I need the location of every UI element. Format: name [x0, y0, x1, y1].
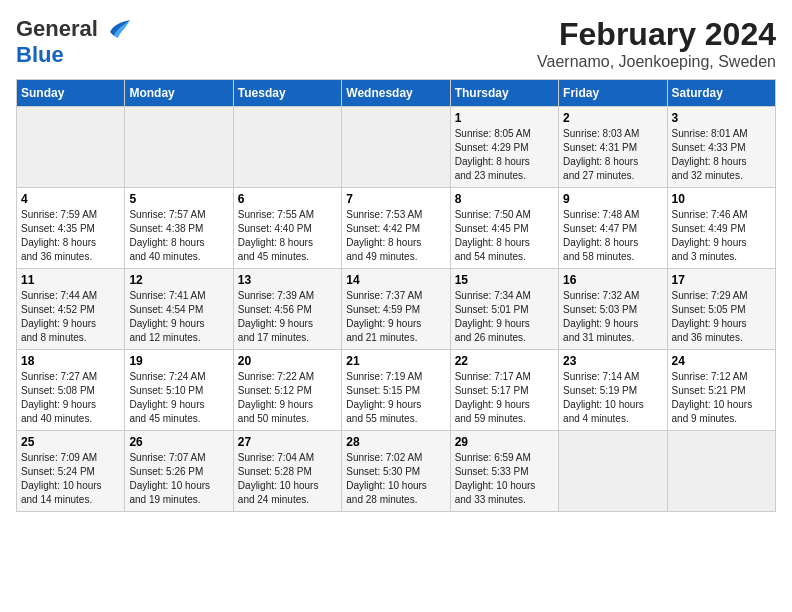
day-number: 26: [129, 435, 228, 449]
day-info: Sunrise: 7:46 AM Sunset: 4:49 PM Dayligh…: [672, 209, 748, 262]
logo-blue-text: Blue: [16, 42, 64, 67]
col-thursday: Thursday: [450, 80, 558, 107]
day-info: Sunrise: 7:53 AM Sunset: 4:42 PM Dayligh…: [346, 209, 422, 262]
day-number: 23: [563, 354, 662, 368]
calendar-cell: 13Sunrise: 7:39 AM Sunset: 4:56 PM Dayli…: [233, 269, 341, 350]
day-number: 15: [455, 273, 554, 287]
calendar-cell: 20Sunrise: 7:22 AM Sunset: 5:12 PM Dayli…: [233, 350, 341, 431]
col-wednesday: Wednesday: [342, 80, 450, 107]
day-info: Sunrise: 7:14 AM Sunset: 5:19 PM Dayligh…: [563, 371, 644, 424]
day-info: Sunrise: 7:22 AM Sunset: 5:12 PM Dayligh…: [238, 371, 314, 424]
calendar-cell: 12Sunrise: 7:41 AM Sunset: 4:54 PM Dayli…: [125, 269, 233, 350]
day-info: Sunrise: 7:50 AM Sunset: 4:45 PM Dayligh…: [455, 209, 531, 262]
day-info: Sunrise: 7:04 AM Sunset: 5:28 PM Dayligh…: [238, 452, 319, 505]
calendar-cell: 29Sunrise: 6:59 AM Sunset: 5:33 PM Dayli…: [450, 431, 558, 512]
day-number: 25: [21, 435, 120, 449]
calendar-cell: 28Sunrise: 7:02 AM Sunset: 5:30 PM Dayli…: [342, 431, 450, 512]
calendar-cell: 7Sunrise: 7:53 AM Sunset: 4:42 PM Daylig…: [342, 188, 450, 269]
calendar-cell: 18Sunrise: 7:27 AM Sunset: 5:08 PM Dayli…: [17, 350, 125, 431]
logo-bird-icon: [100, 18, 132, 40]
day-info: Sunrise: 6:59 AM Sunset: 5:33 PM Dayligh…: [455, 452, 536, 505]
calendar-cell: 5Sunrise: 7:57 AM Sunset: 4:38 PM Daylig…: [125, 188, 233, 269]
day-info: Sunrise: 7:24 AM Sunset: 5:10 PM Dayligh…: [129, 371, 205, 424]
day-number: 1: [455, 111, 554, 125]
calendar-cell: 2Sunrise: 8:03 AM Sunset: 4:31 PM Daylig…: [559, 107, 667, 188]
day-info: Sunrise: 7:59 AM Sunset: 4:35 PM Dayligh…: [21, 209, 97, 262]
calendar-table: Sunday Monday Tuesday Wednesday Thursday…: [16, 79, 776, 512]
day-number: 29: [455, 435, 554, 449]
day-number: 27: [238, 435, 337, 449]
day-info: Sunrise: 7:29 AM Sunset: 5:05 PM Dayligh…: [672, 290, 748, 343]
day-number: 10: [672, 192, 771, 206]
calendar-week-row: 11Sunrise: 7:44 AM Sunset: 4:52 PM Dayli…: [17, 269, 776, 350]
calendar-cell: 16Sunrise: 7:32 AM Sunset: 5:03 PM Dayli…: [559, 269, 667, 350]
day-number: 20: [238, 354, 337, 368]
col-sunday: Sunday: [17, 80, 125, 107]
col-friday: Friday: [559, 80, 667, 107]
day-number: 13: [238, 273, 337, 287]
calendar-week-row: 18Sunrise: 7:27 AM Sunset: 5:08 PM Dayli…: [17, 350, 776, 431]
day-info: Sunrise: 8:01 AM Sunset: 4:33 PM Dayligh…: [672, 128, 748, 181]
day-number: 4: [21, 192, 120, 206]
day-number: 18: [21, 354, 120, 368]
day-number: 11: [21, 273, 120, 287]
day-number: 3: [672, 111, 771, 125]
day-info: Sunrise: 7:12 AM Sunset: 5:21 PM Dayligh…: [672, 371, 753, 424]
day-info: Sunrise: 7:19 AM Sunset: 5:15 PM Dayligh…: [346, 371, 422, 424]
calendar-cell: 6Sunrise: 7:55 AM Sunset: 4:40 PM Daylig…: [233, 188, 341, 269]
day-number: 9: [563, 192, 662, 206]
day-number: 24: [672, 354, 771, 368]
calendar-week-row: 4Sunrise: 7:59 AM Sunset: 4:35 PM Daylig…: [17, 188, 776, 269]
day-info: Sunrise: 7:41 AM Sunset: 4:54 PM Dayligh…: [129, 290, 205, 343]
day-info: Sunrise: 7:17 AM Sunset: 5:17 PM Dayligh…: [455, 371, 531, 424]
day-info: Sunrise: 7:48 AM Sunset: 4:47 PM Dayligh…: [563, 209, 639, 262]
day-info: Sunrise: 7:44 AM Sunset: 4:52 PM Dayligh…: [21, 290, 97, 343]
day-info: Sunrise: 7:39 AM Sunset: 4:56 PM Dayligh…: [238, 290, 314, 343]
calendar-cell: [559, 431, 667, 512]
day-info: Sunrise: 8:05 AM Sunset: 4:29 PM Dayligh…: [455, 128, 531, 181]
day-number: 12: [129, 273, 228, 287]
logo-general-text: General: [16, 16, 98, 42]
page-header: General Blue February 2024 Vaernamo, Joe…: [16, 16, 776, 71]
calendar-week-row: 1Sunrise: 8:05 AM Sunset: 4:29 PM Daylig…: [17, 107, 776, 188]
day-info: Sunrise: 7:27 AM Sunset: 5:08 PM Dayligh…: [21, 371, 97, 424]
day-info: Sunrise: 7:07 AM Sunset: 5:26 PM Dayligh…: [129, 452, 210, 505]
col-tuesday: Tuesday: [233, 80, 341, 107]
logo: General Blue: [16, 16, 132, 68]
title-block: February 2024 Vaernamo, Joenkoeping, Swe…: [537, 16, 776, 71]
calendar-cell: 17Sunrise: 7:29 AM Sunset: 5:05 PM Dayli…: [667, 269, 775, 350]
calendar-cell: [125, 107, 233, 188]
calendar-cell: 25Sunrise: 7:09 AM Sunset: 5:24 PM Dayli…: [17, 431, 125, 512]
day-info: Sunrise: 7:02 AM Sunset: 5:30 PM Dayligh…: [346, 452, 427, 505]
calendar-cell: 15Sunrise: 7:34 AM Sunset: 5:01 PM Dayli…: [450, 269, 558, 350]
day-number: 7: [346, 192, 445, 206]
calendar-cell: 1Sunrise: 8:05 AM Sunset: 4:29 PM Daylig…: [450, 107, 558, 188]
calendar-cell: 21Sunrise: 7:19 AM Sunset: 5:15 PM Dayli…: [342, 350, 450, 431]
calendar-cell: [342, 107, 450, 188]
calendar-cell: 14Sunrise: 7:37 AM Sunset: 4:59 PM Dayli…: [342, 269, 450, 350]
calendar-cell: [233, 107, 341, 188]
day-number: 22: [455, 354, 554, 368]
calendar-week-row: 25Sunrise: 7:09 AM Sunset: 5:24 PM Dayli…: [17, 431, 776, 512]
calendar-cell: 8Sunrise: 7:50 AM Sunset: 4:45 PM Daylig…: [450, 188, 558, 269]
calendar-cell: 10Sunrise: 7:46 AM Sunset: 4:49 PM Dayli…: [667, 188, 775, 269]
calendar-header-row: Sunday Monday Tuesday Wednesday Thursday…: [17, 80, 776, 107]
calendar-cell: 19Sunrise: 7:24 AM Sunset: 5:10 PM Dayli…: [125, 350, 233, 431]
day-number: 17: [672, 273, 771, 287]
day-number: 8: [455, 192, 554, 206]
calendar-cell: 22Sunrise: 7:17 AM Sunset: 5:17 PM Dayli…: [450, 350, 558, 431]
calendar-cell: 4Sunrise: 7:59 AM Sunset: 4:35 PM Daylig…: [17, 188, 125, 269]
day-number: 21: [346, 354, 445, 368]
calendar-cell: 11Sunrise: 7:44 AM Sunset: 4:52 PM Dayli…: [17, 269, 125, 350]
calendar-cell: 27Sunrise: 7:04 AM Sunset: 5:28 PM Dayli…: [233, 431, 341, 512]
day-number: 19: [129, 354, 228, 368]
day-number: 16: [563, 273, 662, 287]
day-info: Sunrise: 7:32 AM Sunset: 5:03 PM Dayligh…: [563, 290, 639, 343]
col-monday: Monday: [125, 80, 233, 107]
calendar-cell: 3Sunrise: 8:01 AM Sunset: 4:33 PM Daylig…: [667, 107, 775, 188]
page-title: February 2024: [537, 16, 776, 53]
calendar-cell: 26Sunrise: 7:07 AM Sunset: 5:26 PM Dayli…: [125, 431, 233, 512]
day-info: Sunrise: 7:37 AM Sunset: 4:59 PM Dayligh…: [346, 290, 422, 343]
day-info: Sunrise: 7:57 AM Sunset: 4:38 PM Dayligh…: [129, 209, 205, 262]
calendar-cell: [17, 107, 125, 188]
